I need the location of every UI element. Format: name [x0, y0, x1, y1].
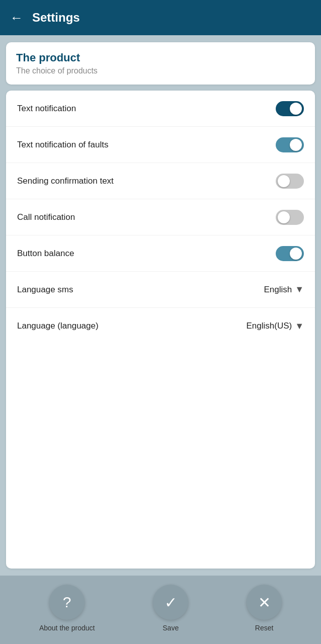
product-card: The product The choice of products [6, 42, 315, 85]
chevron-down-icon-2: ▼ [295, 321, 304, 332]
setting-row-text-notification-faults: Text notification of faults [6, 127, 315, 163]
setting-row-button-balance: Button balance [6, 235, 315, 272]
toggle-button-balance[interactable] [276, 246, 304, 261]
save-button[interactable]: ✓ Save [153, 585, 188, 632]
setting-label-sending-confirmation: Sending confirmation text [17, 176, 114, 186]
setting-label-language-language: Language (language) [17, 321, 99, 331]
setting-row-language-language: Language (language) English(US) ▼ [6, 308, 315, 344]
reset-icon-circle: ✕ [247, 585, 282, 620]
reset-label: Reset [255, 624, 274, 632]
language-sms-value: English [264, 285, 292, 295]
checkmark-icon: ✓ [165, 594, 177, 611]
close-icon: ✕ [258, 594, 271, 611]
setting-row-sending-confirmation: Sending confirmation text [6, 163, 315, 199]
page-title: Settings [32, 11, 80, 25]
language-language-value: English(US) [246, 321, 292, 331]
back-button[interactable]: ← [10, 11, 23, 24]
about-product-icon-circle: ? [49, 585, 85, 620]
bottom-bar: ? About the product ✓ Save ✕ Reset [0, 576, 321, 644]
setting-label-language-sms: Language sms [17, 285, 73, 295]
setting-label-button-balance: Button balance [17, 249, 74, 259]
select-language-language[interactable]: English(US) ▼ [246, 321, 304, 332]
reset-button[interactable]: ✕ Reset [247, 585, 282, 632]
settings-card: Text notification Text notification of f… [6, 91, 315, 569]
product-name: The product [16, 51, 305, 64]
toggle-text-notification-faults[interactable] [276, 137, 304, 152]
save-icon-circle: ✓ [153, 585, 188, 620]
chevron-down-icon: ▼ [295, 284, 304, 295]
product-subtitle: The choice of products [16, 66, 305, 75]
toggle-sending-confirmation[interactable] [276, 174, 304, 189]
about-product-button[interactable]: ? About the product [39, 585, 95, 632]
question-mark-icon: ? [63, 594, 71, 611]
toggle-call-notification[interactable] [276, 210, 304, 225]
about-product-label: About the product [39, 624, 95, 632]
select-language-sms[interactable]: English ▼ [264, 284, 304, 295]
save-label: Save [163, 624, 179, 632]
app-header: ← Settings [0, 0, 321, 35]
setting-label-text-notification: Text notification [17, 104, 76, 114]
setting-row-language-sms: Language sms English ▼ [6, 272, 315, 308]
setting-row-text-notification: Text notification [6, 91, 315, 127]
setting-label-call-notification: Call notification [17, 212, 75, 222]
setting-row-call-notification: Call notification [6, 199, 315, 235]
setting-label-text-notification-faults: Text notification of faults [17, 140, 108, 150]
toggle-text-notification[interactable] [276, 101, 304, 116]
main-area: The product The choice of products Text … [0, 35, 321, 576]
